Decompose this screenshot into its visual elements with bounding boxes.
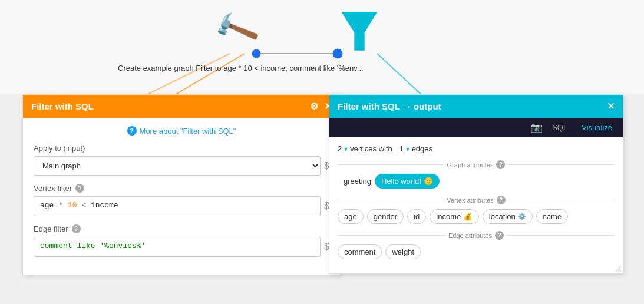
edge-attributes-header: Edge attributes ? — [338, 231, 615, 240]
right-panel-close-icon[interactable]: ✕ — [607, 101, 615, 112]
vertices-info: 2 ▾ vertices with 1 ▾ edges — [338, 144, 615, 153]
apply-to-label: Apply to (input) — [34, 144, 329, 153]
edges-down-icon: ▾ — [406, 145, 409, 153]
edges-suffix: edges — [412, 144, 432, 153]
canvas-description: Create example graph Filter to age * 10 … — [118, 64, 364, 72]
apply-to-select[interactable]: Main graph — [34, 156, 321, 176]
svg-marker-6 — [341, 12, 377, 51]
vertex-tags-row: age gender id income 💰 location ⚙️ name — [338, 209, 615, 224]
left-panel: Filter with SQL ⚙ ✕ ? More about "Filter… — [22, 94, 341, 275]
edge-tags-row: comment weight — [338, 244, 615, 259]
hello-world-tag[interactable]: Hello world! 🙂 — [375, 174, 440, 189]
edge-filter-label: Edge filter ? — [34, 224, 329, 233]
income-tag[interactable]: income 💰 — [430, 209, 479, 224]
edges-count: 1 — [399, 144, 403, 153]
settings-icon[interactable]: ⚙ — [310, 101, 318, 112]
apply-to-row: Main graph $ — [34, 156, 329, 176]
hammer-node[interactable]: 🔨 — [212, 6, 259, 53]
gender-tag[interactable]: gender — [367, 209, 404, 224]
vertices-suffix: vertices with — [350, 144, 392, 153]
canvas-area: 🔨 Create example graph Filter to age * 1… — [0, 0, 644, 94]
graph-tags-row: greeting Hello world! 🙂 — [338, 174, 615, 189]
help-link-text: More about "Filter with SQL" — [140, 127, 236, 136]
age-tag[interactable]: age — [338, 209, 364, 224]
right-panel-body: 2 ▾ vertices with 1 ▾ edges Graph attrib… — [329, 137, 623, 273]
canvas-svg — [0, 0, 644, 94]
graph-attr-info-icon[interactable]: ? — [496, 160, 505, 169]
greeting-label-tag: greeting — [338, 174, 371, 189]
weight-tag[interactable]: weight — [385, 244, 421, 259]
right-panel-title: Filter with SQL → output — [338, 101, 441, 111]
right-resize-handle[interactable] — [615, 265, 622, 272]
svg-line-5 — [118, 54, 230, 94]
edge-filter-info-icon[interactable]: ? — [72, 224, 81, 233]
funnel-node[interactable] — [330, 6, 389, 59]
right-panel-header: Filter with SQL → output ✕ — [329, 95, 623, 118]
edge-filter-input[interactable]: comment like '%envies%' — [34, 237, 321, 257]
right-panel-toolbar: 📷 SQL Visualize — [329, 118, 623, 137]
vertices-down-icon: ▾ — [344, 145, 348, 153]
funnel-icon — [339, 12, 380, 53]
edge-attr-info-icon[interactable]: ? — [495, 231, 504, 240]
right-panel: Filter with SQL → output ✕ 📷 SQL Visuali… — [329, 94, 623, 274]
hammer-icon: 🔨 — [210, 4, 261, 54]
vertices-count: 2 — [338, 144, 342, 153]
vertex-filter-label: Vertex filter ? — [34, 184, 329, 193]
name-tag[interactable]: name — [536, 209, 569, 224]
camera-button[interactable]: 📷 — [531, 122, 543, 133]
edge-filter-row: comment like '%envies%' $ — [34, 237, 329, 257]
comment-tag[interactable]: comment — [338, 244, 382, 259]
left-panel-title: Filter with SQL — [31, 101, 94, 111]
id-tag[interactable]: id — [407, 209, 426, 224]
visualize-button[interactable]: Visualize — [577, 121, 617, 134]
vertex-filter-info-icon[interactable]: ? — [75, 184, 84, 193]
location-tag[interactable]: location ⚙️ — [483, 209, 533, 224]
graph-attributes-header: Graph attributes ? — [338, 160, 615, 169]
sql-button[interactable]: SQL — [547, 121, 572, 134]
help-circle-icon: ? — [127, 126, 137, 136]
help-link[interactable]: ? More about "Filter with SQL" — [34, 126, 329, 136]
vertex-attributes-header: Vertex attributes ? — [338, 196, 615, 204]
svg-line-3 — [171, 54, 245, 94]
left-panel-header: Filter with SQL ⚙ ✕ — [23, 95, 340, 118]
vertex-filter-row: age * 10 < income $ — [34, 196, 329, 216]
vertex-filter-input[interactable]: age * 10 < income — [34, 196, 321, 216]
svg-line-4 — [377, 54, 424, 94]
vertex-attr-info-icon[interactable]: ? — [497, 196, 506, 204]
svg-line-12 — [620, 271, 621, 272]
left-panel-body: ? More about "Filter with SQL" Apply to … — [23, 118, 340, 275]
